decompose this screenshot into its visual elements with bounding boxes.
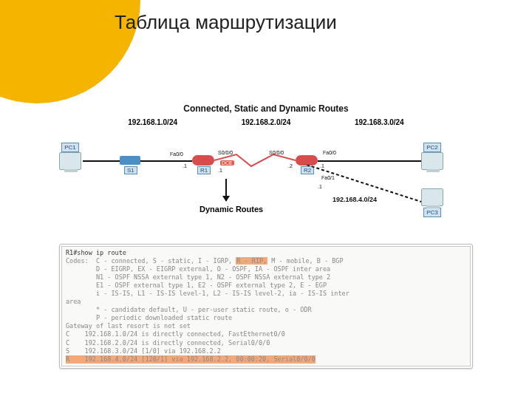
link: [318, 160, 421, 162]
subnet-row: 192.168.1.0/24 192.168.2.0/24 192.168.3.…: [96, 118, 436, 126]
port-label: .1: [218, 168, 222, 173]
topology: PC1 S1 Fa0/0 .1 R1 S0/0/0 DCE .1 S0/0/0 …: [59, 131, 473, 219]
cli-route-line: C 192.168.1.0/24 is directly connected, …: [66, 330, 285, 338]
cli-line: D - EIGRP, EX - EIGRP external, O - OSPF…: [66, 265, 330, 273]
cli-line: Codes: C - connected, S - static, I - IG…: [66, 257, 236, 265]
subnet-label: 192.168.1.0/24: [128, 118, 177, 126]
diagram-heading: Connected, Static and Dynamic Routes: [59, 103, 473, 114]
network-diagram: Connected, Static and Dynamic Routes 192…: [59, 103, 473, 236]
link: [83, 160, 120, 162]
pc-label: PC1: [61, 143, 79, 152]
switch-s1: [120, 156, 140, 165]
port-label: Fa0/0: [323, 150, 336, 155]
subnet-label: 192.168.3.0/24: [355, 118, 404, 126]
page-title: Таблица маршрутизации: [115, 11, 337, 34]
port-label: S0/0/0: [269, 150, 284, 155]
cli-line: area: [66, 298, 81, 305]
cli-route-line: S 192.168.3.0/24 [1/0] via 192.168.2.2: [66, 347, 221, 355]
pc-icon: [59, 152, 81, 170]
cli-panel: R1#show ip route Codes: C - connected, S…: [59, 244, 473, 369]
cli-line: P - periodic downloaded static route: [66, 314, 232, 321]
dynamic-routes-label: Dynamic Routes: [200, 205, 263, 214]
cli-line: * - candidate default, U - per-user stat…: [66, 306, 312, 313]
cli-highlight: R - RIP,: [236, 257, 267, 265]
cli-command: R1#show ip route: [66, 249, 126, 256]
pc3: PC3: [421, 188, 443, 217]
port-label: .1: [183, 163, 187, 168]
pc-label: PC3: [423, 208, 441, 217]
cli-line: M - mobile, B - BGP: [267, 257, 343, 265]
link: [140, 160, 192, 162]
subnet-label: 192.168.2.0/24: [242, 118, 291, 126]
cli-line: i - IS-IS, L1 - IS-IS level-1, L2 - IS-I…: [66, 290, 349, 297]
subnet-label: 192.168.4.0/24: [332, 196, 377, 203]
cli-route-line: C 192.168.2.0/24 is directly connected, …: [66, 339, 270, 347]
router-r1: [192, 155, 214, 166]
pc1: PC1: [59, 141, 81, 170]
device-label: S1: [124, 166, 137, 174]
pc-icon: [421, 188, 443, 206]
device-label: R1: [197, 166, 211, 174]
serial-link: [214, 153, 296, 168]
pc-label: PC2: [423, 143, 441, 152]
cli-route-highlight: R 192.168.4.0/24 [120/1] via 192.168.2.2…: [66, 355, 316, 364]
port-label: Fa0/0: [170, 151, 183, 157]
arrow-down-icon: [225, 179, 227, 201]
cli-line: N1 - OSPF NSSA external type 1, N2 - OSP…: [66, 273, 330, 281]
cli-line: Gateway of last resort is not set: [66, 322, 191, 330]
port-label: .2: [288, 163, 293, 168]
cli-line: E1 - OSPF external type 1, E2 - OSPF ext…: [66, 282, 327, 289]
router-r2: [296, 155, 318, 166]
cli-output: R1#show ip route Codes: C - connected, S…: [61, 246, 471, 366]
